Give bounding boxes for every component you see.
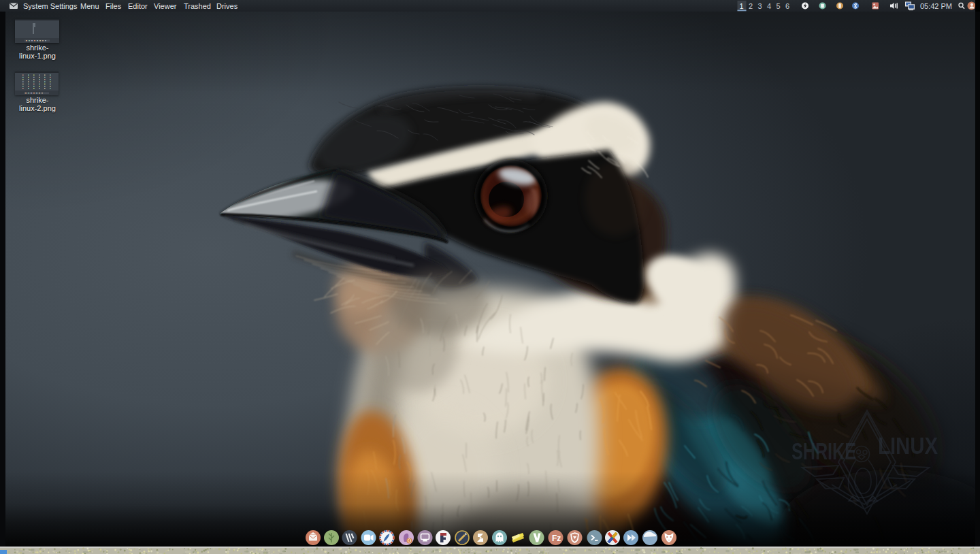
svg-text:3: 3 [757,2,762,10]
svg-text:Editor: Editor [128,2,148,10]
svg-text:05:42 PM: 05:42 PM [920,2,952,10]
svg-text:2: 2 [749,2,753,10]
svg-text:6: 6 [785,2,789,10]
svg-text:Viewer: Viewer [154,2,177,10]
svg-text:Trashed: Trashed [184,2,211,10]
svg-text:Menu: Menu [80,2,99,10]
svg-text:Fz: Fz [552,534,561,543]
svg-text:System Settings: System Settings [23,2,78,10]
svg-text:Drives: Drives [216,2,238,10]
svg-text:SHRIKE: SHRIKE [791,438,856,464]
svg-text:4: 4 [767,2,771,10]
svg-text:LINUX: LINUX [878,432,938,459]
svg-text:1: 1 [739,2,743,10]
svg-text:5: 5 [776,2,780,10]
svg-text:Files: Files [105,2,122,10]
